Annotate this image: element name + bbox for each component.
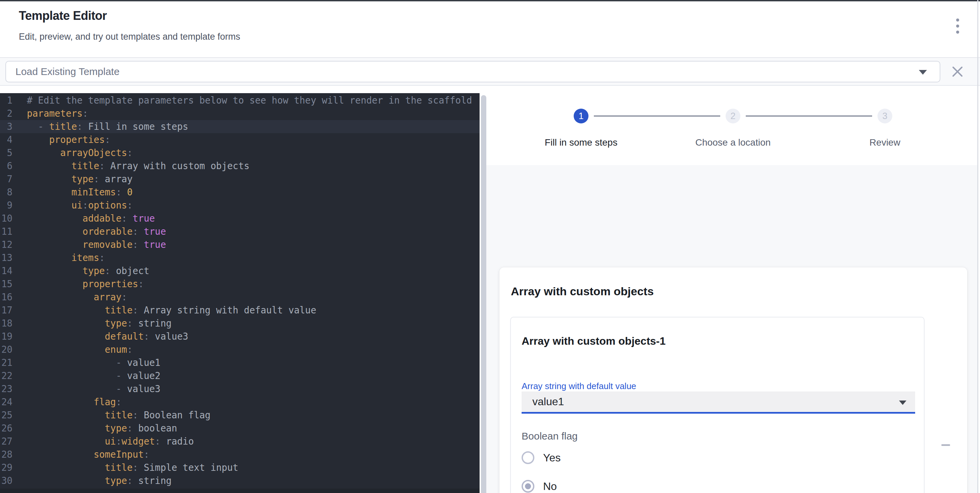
code-line-17[interactable]: 17 title: Array string with default valu…	[0, 304, 480, 317]
line-text: - title: Fill in some steps	[13, 120, 188, 133]
code-line-9[interactable]: 9 ui:options:	[0, 199, 480, 212]
line-number: 20	[0, 343, 13, 356]
radio-option-no[interactable]: No	[522, 479, 557, 493]
line-text: addable: true	[13, 212, 155, 225]
split-divider-handle[interactable]	[481, 95, 486, 493]
chevron-down-icon	[919, 70, 927, 75]
code-line-23[interactable]: 23 - value3	[0, 382, 480, 396]
array-string-select[interactable]: value1	[522, 391, 915, 412]
code-line-7[interactable]: 7 type: array	[0, 172, 480, 186]
code-line-22[interactable]: 22 - value2	[0, 369, 480, 382]
code-line-16[interactable]: 16 array:	[0, 290, 480, 304]
kebab-icon	[956, 19, 959, 34]
code-line-24[interactable]: 24 flag:	[0, 396, 480, 408]
line-number: 30	[0, 474, 13, 487]
code-line-26[interactable]: 26 type: boolean	[0, 422, 480, 435]
code-line-18[interactable]: 18 type: string	[0, 317, 480, 330]
line-number: 18	[0, 317, 13, 330]
form-section-title: Array with custom objects	[511, 285, 654, 298]
code-line-28[interactable]: 28 someInput:	[0, 448, 480, 461]
line-number: 11	[0, 225, 13, 238]
load-template-select[interactable]: Load Existing Template	[5, 61, 940, 82]
line-text: default: value3	[13, 330, 188, 343]
code-line-30[interactable]: 30 type: string	[0, 474, 480, 487]
form-background: Array with custom objects Array with cus…	[486, 165, 977, 493]
line-number: 14	[0, 264, 13, 278]
array-item-title: Array with custom objects-1	[522, 335, 666, 348]
more-options-button[interactable]	[948, 16, 967, 36]
line-text: type: array	[13, 172, 133, 186]
code-line-2[interactable]: 2parameters:	[0, 107, 480, 120]
select-value: value1	[532, 396, 564, 408]
code-line-25[interactable]: 25 title: Boolean flag	[0, 408, 480, 422]
code-line-4[interactable]: 4 properties:	[0, 133, 480, 146]
line-text: - value1	[13, 356, 160, 369]
line-text: # Edit the template parameters below to …	[13, 94, 472, 107]
code-line-15[interactable]: 15 properties:	[0, 278, 480, 290]
line-number: 23	[0, 382, 13, 396]
line-text: type: object	[13, 264, 149, 278]
code-line-6[interactable]: 6 title: Array with custom objects	[0, 160, 480, 172]
code-line-11[interactable]: 11 orderable: true	[0, 225, 480, 238]
line-text: ui:options:	[13, 199, 133, 212]
load-template-placeholder: Load Existing Template	[16, 66, 119, 77]
close-icon	[951, 65, 964, 78]
radio-label: No	[543, 480, 557, 493]
code-line-21[interactable]: 21 - value1	[0, 356, 480, 369]
line-text: title: Array with custom objects	[13, 160, 249, 172]
code-line-27[interactable]: 27 ui:widget: radio	[0, 435, 480, 448]
code-line-14[interactable]: 14 type: object	[0, 264, 480, 278]
step-circle-3[interactable]: 3	[878, 108, 892, 123]
line-text: properties:	[13, 278, 144, 290]
line-number: 26	[0, 422, 13, 435]
line-number: 19	[0, 330, 13, 343]
form-card: Array with custom objects Array with cus…	[500, 267, 967, 493]
code-line-5[interactable]: 5 arrayObjects:	[0, 146, 480, 160]
radio-option-yes[interactable]: Yes	[522, 450, 561, 465]
line-text: title: Boolean flag	[13, 408, 210, 422]
line-text: array:	[13, 290, 127, 304]
code-line-3[interactable]: 3 - title: Fill in some steps	[0, 120, 480, 133]
line-text: removable: true	[13, 238, 166, 251]
code-line-10[interactable]: 10 addable: true	[0, 212, 480, 225]
code-line-13[interactable]: 13 items:	[0, 251, 480, 264]
remove-item-button[interactable]	[938, 437, 953, 453]
line-text: parameters:	[13, 107, 88, 120]
line-number: 22	[0, 369, 13, 382]
line-text: type: string	[13, 317, 172, 330]
code-editor[interactable]: 1# Edit the template parameters below to…	[0, 93, 480, 493]
line-text: minItems: 0	[13, 186, 133, 199]
line-text: properties:	[13, 133, 110, 146]
editor-horizontal-scrollbar[interactable]	[0, 489, 480, 493]
line-number: 28	[0, 448, 13, 461]
load-template-bar: Load Existing Template	[0, 58, 980, 85]
array-item-card: Array with custom objects-1 Array string…	[510, 317, 924, 493]
code-line-12[interactable]: 12 removable: true	[0, 238, 480, 251]
step-connector	[594, 115, 720, 117]
clear-template-button[interactable]	[948, 62, 967, 81]
minus-icon	[941, 444, 950, 446]
line-number: 8	[0, 186, 13, 199]
select-focus-underline	[522, 412, 915, 414]
code-line-8[interactable]: 8 minItems: 0	[0, 186, 480, 199]
step-circle-1[interactable]: 1	[574, 108, 589, 123]
code-lines: 1# Edit the template parameters below to…	[0, 94, 480, 487]
line-number: 7	[0, 172, 13, 186]
radio-unchecked-icon	[522, 451, 535, 464]
chevron-down-icon	[899, 400, 907, 405]
code-line-1[interactable]: 1# Edit the template parameters below to…	[0, 94, 480, 107]
line-number: 6	[0, 160, 13, 172]
code-line-29[interactable]: 29 title: Simple text input	[0, 461, 480, 474]
line-number: 4	[0, 133, 13, 146]
code-line-19[interactable]: 19 default: value3	[0, 330, 480, 343]
preview-panel: 1Fill in some steps2Choose a location3Re…	[486, 86, 977, 493]
line-number: 10	[0, 212, 13, 225]
panel-right-border	[977, 0, 978, 493]
page-header: Template Editor Edit, preview, and try o…	[0, 2, 980, 57]
line-text: orderable: true	[13, 225, 166, 238]
line-number: 16	[0, 290, 13, 304]
step-circle-2[interactable]: 2	[725, 108, 740, 123]
line-number: 9	[0, 199, 13, 212]
line-text: type: boolean	[13, 422, 177, 435]
code-line-20[interactable]: 20 enum:	[0, 343, 480, 356]
